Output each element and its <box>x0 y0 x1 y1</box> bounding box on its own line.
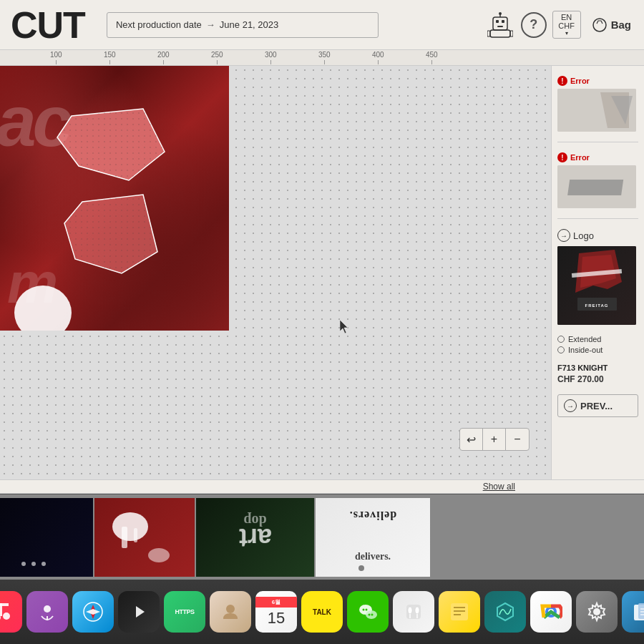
airpods-icon <box>402 600 425 623</box>
calendar-month: 6월 <box>255 597 297 608</box>
dock-settings-app[interactable] <box>576 591 618 633</box>
error-thumbnail-1 <box>557 89 636 132</box>
preview-label: PREV... <box>580 401 613 411</box>
inside-out-label: Inside-out <box>568 346 602 354</box>
zoom-in-button[interactable]: + <box>483 429 506 450</box>
svg-point-40 <box>226 605 235 613</box>
filmstrip-thumb-2[interactable] <box>94 498 195 577</box>
dock-https-app[interactable]: HTTPS <box>164 591 205 633</box>
dock-contacts-app[interactable] <box>210 591 251 633</box>
svg-marker-11 <box>57 109 165 180</box>
svg-rect-1 <box>496 20 499 23</box>
bag-icon <box>592 18 607 32</box>
logo-section[interactable]: → Logo FREITAG <box>552 225 644 329</box>
dock-appletv-app[interactable] <box>118 591 160 633</box>
error-item-1[interactable]: ! Error <box>552 72 644 136</box>
product-name: F713 KNIGHT <box>557 363 638 374</box>
svg-point-43 <box>363 609 365 611</box>
production-label: Next production date <box>116 19 202 30</box>
divider-1 <box>557 142 638 142</box>
dock-music-app[interactable] <box>0 591 22 633</box>
svg-rect-20 <box>567 180 623 195</box>
svg-marker-39 <box>136 606 145 618</box>
music-icon <box>0 600 13 623</box>
chrome-icon <box>540 600 562 623</box>
filmstrip-thumb-3[interactable]: art dop <box>196 498 314 577</box>
cursor <box>340 320 348 328</box>
language-selector[interactable]: EN CHF ▾ <box>552 11 581 39</box>
preview-icon <box>631 600 644 623</box>
dock-chrome-app[interactable] <box>530 591 572 633</box>
dock-preview-app[interactable] <box>622 591 644 633</box>
radio-extended[interactable]: Extended <box>557 335 638 343</box>
help-button[interactable]: ? <box>521 12 547 38</box>
grapher-icon <box>494 600 517 623</box>
extended-label: Extended <box>568 335 601 343</box>
podcasts-icon <box>36 600 59 623</box>
svg-rect-0 <box>493 17 507 30</box>
dock-safari-app[interactable] <box>72 591 114 633</box>
dock-podcasts-app[interactable] <box>26 591 68 633</box>
svg-marker-38 <box>86 609 100 615</box>
language-code: EN <box>561 13 572 21</box>
production-arrow: → <box>206 19 215 30</box>
svg-rect-8 <box>510 31 513 36</box>
fabric-image: ac m <box>0 66 229 331</box>
error-badge-2: ! Error <box>557 152 638 162</box>
error-label-2: Error <box>570 153 590 162</box>
canvas-background: ac m <box>0 66 551 479</box>
safari-icon <box>82 600 104 623</box>
zoom-controls: ↩ + − <box>459 428 530 451</box>
product-price: CHF 270.00 <box>557 374 638 386</box>
error-thumbnail-2 <box>557 165 636 208</box>
cut-pieces-svg <box>0 66 229 331</box>
svg-point-45 <box>369 614 371 616</box>
dock-notes-app[interactable] <box>439 591 480 633</box>
dock-grapher-app[interactable] <box>484 591 526 633</box>
dock-airpods-app[interactable] <box>393 591 434 633</box>
show-all-link[interactable]: Show all <box>483 482 515 492</box>
currency-code: CHF <box>558 21 575 30</box>
canvas-area[interactable]: ac m <box>0 66 551 479</box>
zoom-back-button[interactable]: ↩ <box>460 429 483 450</box>
robot-icon-button[interactable] <box>485 10 515 40</box>
logo-arrow-icon: → <box>557 229 570 242</box>
svg-point-49 <box>415 607 419 614</box>
svg-rect-61 <box>638 603 644 619</box>
zoom-out-button[interactable]: − <box>506 429 529 450</box>
thumb3-text-top: dop <box>196 512 314 529</box>
svg-point-6 <box>499 12 502 15</box>
error-item-2[interactable]: ! Error <box>552 148 644 213</box>
dock-wechat-app[interactable] <box>347 591 389 633</box>
thumb2-svg <box>94 498 195 577</box>
ruler: 100 150 200 250 300 350 400 450 <box>0 50 644 66</box>
production-date: June 21, 2023 <box>220 19 278 30</box>
svg-point-59 <box>593 608 600 615</box>
filmstrip-thumb-1[interactable] <box>0 498 93 577</box>
filmstrip-thumb-4[interactable]: delivers. delivers. <box>316 498 430 577</box>
error-label-1: Error <box>570 77 590 85</box>
header-icons: ? EN CHF ▾ Bag <box>485 10 637 40</box>
calendar-day: 15 <box>268 609 285 628</box>
dock-calendar-app[interactable]: 6월 15 <box>255 591 297 633</box>
radio-group: Extended Inside-out <box>552 332 644 357</box>
svg-point-46 <box>371 614 374 616</box>
https-label: HTTPS <box>175 608 194 615</box>
taskbar: HTTPS 6월 15 TALK <box>0 580 644 644</box>
svg-text:FREITAG: FREITAG <box>585 303 609 308</box>
preview-button[interactable]: → PREV... <box>557 394 638 417</box>
svg-rect-7 <box>487 31 490 36</box>
error-thumb-svg-1 <box>557 89 636 132</box>
svg-rect-33 <box>0 603 9 606</box>
bag-button[interactable]: Bag <box>587 15 637 35</box>
svg-point-31 <box>3 613 10 620</box>
radio-inside-out[interactable]: Inside-out <box>557 346 638 354</box>
svg-point-44 <box>366 609 368 611</box>
production-info: Next production date → June 21, 2023 <box>107 12 379 38</box>
svg-point-34 <box>44 605 51 613</box>
error-icon-2: ! <box>557 152 567 162</box>
dock-kakao-app[interactable]: TALK <box>301 591 343 633</box>
svg-rect-28 <box>134 528 137 542</box>
notes-icon <box>448 600 471 623</box>
app-title: CUT <box>7 4 85 47</box>
